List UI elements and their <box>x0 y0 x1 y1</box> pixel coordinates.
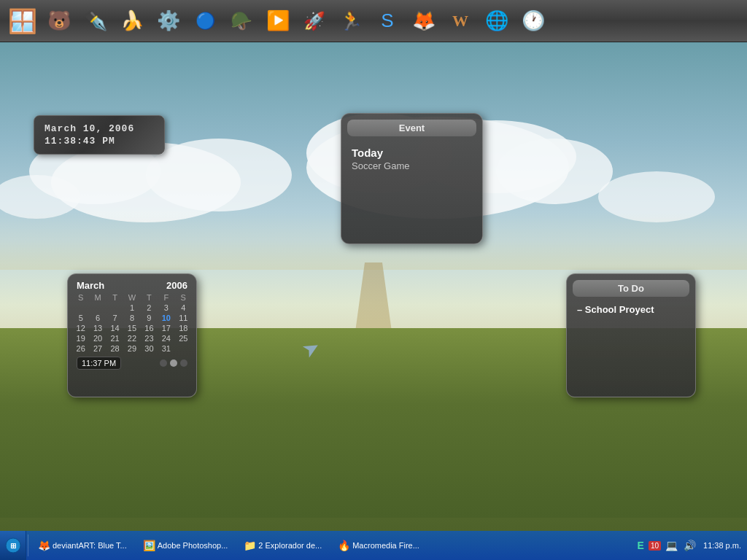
taskbar-icon-quill[interactable]: ✒️ <box>79 4 112 38</box>
taskbar-item-explorer-label: 2 Explorador de... <box>258 541 322 550</box>
cal-cell[interactable]: 31 <box>158 343 174 354</box>
taskbar-item-photoshop[interactable]: 🖼️ Adobe Photoshop... <box>136 532 235 559</box>
cal-th-s2: S <box>175 292 192 303</box>
taskbar-icon-media[interactable]: ▶️ <box>261 4 295 38</box>
cal-cell[interactable]: 18 <box>175 323 192 333</box>
cal-cell[interactable]: 6 <box>89 313 106 323</box>
cal-cell[interactable]: 1 <box>123 303 140 313</box>
taskbar-icon-clock[interactable]: 🕐 <box>516 4 550 38</box>
cal-cell[interactable]: 21 <box>107 333 123 343</box>
explorer-icon: 📁 <box>244 540 255 551</box>
taskbar-icon-w[interactable]: W <box>444 4 477 38</box>
cal-row-5: 26 27 28 29 30 31 <box>72 343 192 354</box>
cal-cell[interactable]: 4 <box>175 303 192 313</box>
start-button[interactable]: ⊞ <box>0 531 26 560</box>
cal-cell[interactable]: 27 <box>89 343 106 354</box>
calendar-month: March <box>77 280 104 291</box>
datetime-widget: March 10, 2006 11:38:43 PM <box>34 115 165 155</box>
cal-cell[interactable]: 30 <box>141 343 158 354</box>
cal-cell[interactable]: 25 <box>175 333 192 343</box>
cal-th-t2: T <box>141 292 158 303</box>
start-icon: ⊞ <box>5 537 21 553</box>
calendar-grid: S M T W T F S 1 2 3 4 <box>72 292 192 354</box>
taskbar-item-explorer[interactable]: 📁 2 Explorador de... <box>237 532 328 559</box>
todo-item-1: – School Proyect <box>567 301 695 318</box>
taskbar-item-macromedia[interactable]: 🔥 Macromedia Fire... <box>331 532 426 559</box>
cal-cell[interactable]: 12 <box>72 323 89 333</box>
cal-cell[interactable] <box>89 303 106 313</box>
cal-th-t1: T <box>107 292 123 303</box>
cal-cell[interactable]: 5 <box>72 313 89 323</box>
cal-cell[interactable]: 22 <box>123 333 140 343</box>
cal-row-4: 19 20 21 22 23 24 25 <box>72 333 192 343</box>
cal-cell[interactable]: 24 <box>158 333 174 343</box>
cal-cell[interactable]: 13 <box>89 323 106 333</box>
deviantart-icon: 🦊 <box>38 540 50 551</box>
cal-cell[interactable]: 11 <box>175 313 192 323</box>
cal-row-3: 12 13 14 15 16 17 18 <box>72 323 192 333</box>
cal-th-f: F <box>158 292 174 303</box>
taskbar-system-tray: E 10 💻 🔊 11:38 p.m. <box>636 538 747 553</box>
cal-cell cal-today[interactable]: 10 <box>158 313 174 323</box>
cal-cell[interactable]: 14 <box>107 323 123 333</box>
cal-cell[interactable]: 20 <box>89 333 106 343</box>
taskbar-icon-balls[interactable]: 🔵 <box>188 4 222 38</box>
cal-cell[interactable] <box>107 303 123 313</box>
cal-th-s1: S <box>72 292 89 303</box>
taskbar-icon-figure[interactable]: 🪖 <box>225 4 258 38</box>
calendar-body: 1 2 3 4 5 6 7 8 9 10 11 12 13 14 <box>72 303 192 354</box>
calendar-year: 2006 <box>166 280 187 291</box>
cal-cell[interactable]: 28 <box>107 343 123 354</box>
event-name: Soccer Game <box>352 160 472 171</box>
cal-cell[interactable]: 17 <box>158 323 174 333</box>
calendar-dots <box>160 359 187 367</box>
calendar-time-row: 11:37 PM <box>72 354 192 371</box>
tray-icon-e: E <box>636 538 646 553</box>
cal-row-2: 5 6 7 8 9 10 11 <box>72 313 192 323</box>
cal-cell[interactable]: 15 <box>123 323 140 333</box>
taskbar-icon-script[interactable]: S <box>371 4 404 38</box>
taskbar-item-deviantart[interactable]: 🦊 deviantART: Blue T... <box>31 532 133 559</box>
cal-cell[interactable]: 29 <box>123 343 140 354</box>
cal-row-1: 1 2 3 4 <box>72 303 192 313</box>
taskbar-icon-firefox[interactable]: 🦊 <box>407 4 441 38</box>
taskbar-icon-runner[interactable]: 🏃 <box>334 4 368 38</box>
taskbar-item-photoshop-label: Adobe Photoshop... <box>158 541 228 550</box>
event-content: Today Soccer Game <box>341 141 482 177</box>
cal-cell[interactable] <box>175 343 192 354</box>
taskbar-icon-bear[interactable]: 🐻 <box>42 4 76 38</box>
cal-dot-1[interactable] <box>160 359 167 367</box>
tray-icon-10: 10 <box>649 541 661 551</box>
cal-cell[interactable]: 9 <box>141 313 158 323</box>
svg-text:⊞: ⊞ <box>10 542 16 550</box>
cal-cell[interactable] <box>72 303 89 313</box>
cal-cell[interactable]: 23 <box>141 333 158 343</box>
cal-dot-2[interactable] <box>170 359 177 367</box>
cal-cell[interactable]: 26 <box>72 343 89 354</box>
cal-dot-3[interactable] <box>180 359 187 367</box>
taskbar-icon-flag[interactable]: 🚀 <box>298 4 331 38</box>
taskbar-icon-gear[interactable]: ⚙️ <box>152 4 185 38</box>
calendar-header: March 2006 <box>72 279 192 292</box>
cal-th-w: W <box>123 292 140 303</box>
event-widget: Event Today Soccer Game <box>341 113 483 244</box>
tray-icon-monitor: 💻 <box>664 538 679 553</box>
cal-cell[interactable]: 2 <box>141 303 158 313</box>
cal-cell[interactable]: 3 <box>158 303 174 313</box>
calendar-days-header: S M T W T F S <box>72 292 192 303</box>
cal-cell[interactable]: 16 <box>141 323 158 333</box>
taskbar-icon-network[interactable]: 🌐 <box>480 4 514 38</box>
calendar-widget: March 2006 S M T W T F S <box>67 273 197 397</box>
taskbar-top: 🪟 🐻 ✒️ 🍌 ⚙️ 🔵 🪖 ▶️ 🚀 🏃 S 🦊 W 🌐 🕐 <box>0 0 747 42</box>
taskbar-item-macromedia-label: Macromedia Fire... <box>352 541 419 550</box>
cal-cell[interactable]: 19 <box>72 333 89 343</box>
cal-cell[interactable]: 8 <box>123 313 140 323</box>
taskbar-time: 11:38 p.m. <box>703 541 741 550</box>
taskbar-bottom: ⊞ 🦊 deviantART: Blue T... 🖼️ Adobe Photo… <box>0 531 747 560</box>
todo-widget-title: To Do <box>573 280 689 297</box>
taskbar-icon-windows[interactable]: 🪟 <box>6 4 39 38</box>
taskbar-icon-banana[interactable]: 🍌 <box>115 4 149 38</box>
cal-cell[interactable]: 7 <box>107 313 123 323</box>
cal-th-m: M <box>89 292 106 303</box>
svg-point-3 <box>496 139 613 204</box>
